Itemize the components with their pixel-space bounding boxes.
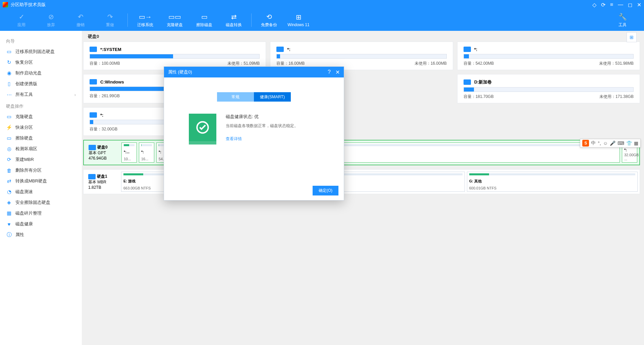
- ime-punct-icon[interactable]: °,: [598, 140, 601, 146]
- capacity-text: 容量：32.00GB: [90, 126, 117, 132]
- ime-keyboard-icon[interactable]: ⌨: [618, 140, 624, 146]
- sidebar-item-secure-erase[interactable]: ◈安全擦除固态硬盘: [0, 197, 82, 208]
- partition-name: C:Windows: [100, 79, 124, 84]
- health-desc-text: 当前磁盘各项数据正常，磁盘状态稳定。: [226, 123, 298, 129]
- backup-icon: ⟲: [264, 13, 274, 21]
- redo-button[interactable]: ↷重做: [95, 9, 125, 31]
- undo-button[interactable]: ↶撤销: [66, 9, 95, 31]
- partition-segment[interactable]: G: 其他 600.01GB NTFS: [467, 172, 638, 192]
- partition-segment[interactable]: *:... 10...: [121, 142, 137, 163]
- partition-card[interactable]: *: 容量：16.00MB未使用：16.00MB: [270, 42, 453, 70]
- sidebar-item-alltools[interactable]: ⋯所有工具›: [0, 89, 82, 100]
- partition-icon: [90, 47, 97, 52]
- erase-icon: ▭: [6, 135, 12, 141]
- partition-name: *:: [287, 47, 290, 52]
- view-toggle-button[interactable]: ⊞: [627, 32, 637, 42]
- defrag-icon: ▦: [6, 210, 12, 216]
- partition-card[interactable]: D:新加卷 容量：181.70GB未使用：171.38GB: [457, 74, 640, 103]
- ime-mic-icon[interactable]: 🎤: [610, 140, 615, 146]
- sidebar-section-ops: 硬盘操作: [0, 100, 82, 111]
- trash-icon: 🗑: [6, 167, 12, 173]
- partition-card[interactable]: *:SYSTEM 容量：100.00MB未使用：51.09MB: [83, 42, 266, 70]
- sidebar-item-bootcd[interactable]: ◉制作启动光盘: [0, 68, 82, 78]
- sidebar-item-speed[interactable]: ◔磁盘测速: [0, 186, 82, 197]
- windows-icon: ⊞: [294, 13, 303, 21]
- sidebar-item-delete-all[interactable]: 🗑删除所有分区: [0, 165, 82, 176]
- capacity-text: 容量：181.70GB: [464, 94, 494, 100]
- ime-toolbox-icon[interactable]: ▦: [634, 140, 638, 146]
- heart-icon: ♥: [6, 221, 12, 227]
- ok-button[interactable]: 确定(O): [313, 186, 338, 195]
- menu-icon[interactable]: ≡: [610, 2, 613, 8]
- capacity-text: 容量：16.00MB: [276, 61, 305, 66]
- sidebar-item-wipe-disk[interactable]: ▭擦除硬盘: [0, 133, 82, 143]
- convert-button[interactable]: ⇄磁盘转换: [219, 9, 249, 31]
- usage-bar: [464, 54, 634, 59]
- partition-segment[interactable]: *: 16...: [139, 142, 154, 163]
- titlebar: 分区助手技术员版 ◇ ⟳ ≡ — ◻ ✕: [0, 0, 644, 9]
- migrate-icon: ▭→: [141, 13, 150, 21]
- undo-icon: ↶: [76, 13, 85, 21]
- feedback-icon[interactable]: ◇: [592, 2, 596, 8]
- ime-emoji-icon[interactable]: ☺: [603, 140, 608, 146]
- usage-bar: [464, 87, 634, 92]
- sidebar-item-recover[interactable]: ↻恢复分区: [0, 57, 82, 68]
- ime-toolbar[interactable]: S 中 °, ☺ 🎤 ⌨ 👕 ▦: [580, 139, 641, 148]
- gauge-icon: ◔: [6, 189, 12, 195]
- sidebar-item-defrag[interactable]: ▦磁盘碎片整理: [0, 208, 82, 219]
- info-icon: ⓘ: [6, 232, 12, 238]
- sidebar-item-health[interactable]: ♥磁盘健康: [0, 219, 82, 229]
- refresh-icon[interactable]: ⟳: [601, 2, 605, 8]
- apply-button[interactable]: ✓应用: [7, 9, 36, 31]
- rebuild-icon: ⟳: [6, 157, 12, 163]
- cd-icon: ◉: [6, 70, 12, 76]
- clone-button[interactable]: ▭▭克隆硬盘: [160, 9, 190, 31]
- view-details-link[interactable]: 查看详情: [226, 136, 298, 142]
- ime-skin-icon[interactable]: 👕: [626, 140, 632, 146]
- sidebar-item-convert-mbr[interactable]: ⇄转换成MBR硬盘: [0, 176, 82, 186]
- minimize-icon[interactable]: —: [618, 2, 623, 8]
- chevron-right-icon: ›: [74, 92, 76, 97]
- dialog-title: 属性 (硬盘0): [168, 69, 192, 75]
- capacity-text: 容量：542.00MB: [464, 61, 494, 66]
- disk-strip-header: 硬盘0 基本 GPT476.94GB: [86, 142, 119, 163]
- sidebar-item-badsector[interactable]: ◎检测坏扇区: [0, 143, 82, 154]
- wrench-icon: 🔧: [618, 13, 627, 21]
- tab-smart[interactable]: 健康(SMART): [254, 92, 291, 102]
- partition-name: *:: [474, 47, 477, 52]
- dialog-help-icon[interactable]: ?: [328, 69, 331, 75]
- sidebar-item-migrate-ssd[interactable]: ▭迁移系统到固态硬盘: [0, 46, 82, 57]
- sidebar-item-quick-partition[interactable]: ⚡快速分区: [0, 122, 82, 133]
- tools-button[interactable]: 🔧工具: [608, 9, 637, 31]
- close-icon[interactable]: ✕: [637, 2, 641, 8]
- usb-icon: ▯: [6, 81, 12, 87]
- disk-strip-header: 硬盘1 基本 MBR1.82TB: [86, 172, 119, 192]
- scan-icon: ◎: [6, 146, 12, 152]
- disk0-header: 硬盘0: [83, 31, 640, 42]
- shield-icon: ◈: [6, 199, 12, 206]
- sidebar-item-properties[interactable]: ⓘ属性: [0, 229, 82, 240]
- capacity-text: 容量：261.99GB: [90, 93, 120, 99]
- discard-button[interactable]: ⊘放弃: [36, 9, 66, 31]
- sidebar-section-wizard: 向导: [0, 35, 82, 46]
- clone-icon: ▭: [6, 114, 12, 120]
- partition-name: D:新加卷: [474, 79, 492, 85]
- migrate-button[interactable]: ▭→迁移系统: [130, 9, 160, 31]
- backup-button[interactable]: ⟲免费备份: [254, 9, 284, 31]
- app-logo-icon: [3, 2, 8, 7]
- sidebar-item-clone-disk[interactable]: ▭克隆硬盘: [0, 111, 82, 122]
- app-title: 分区助手技术员版: [11, 2, 46, 8]
- tab-general[interactable]: 常规: [217, 92, 254, 102]
- maximize-icon[interactable]: ◻: [628, 2, 632, 8]
- capacity-text: 容量：100.00MB: [90, 61, 120, 66]
- sidebar-item-portable[interactable]: ▯创建便携版: [0, 78, 82, 89]
- wipe-button[interactable]: ▭擦除磁盘: [190, 9, 219, 31]
- win11-button[interactable]: ⊞Windows 11: [284, 9, 313, 31]
- ime-lang[interactable]: 中: [591, 140, 596, 146]
- toolbar-divider: [127, 13, 128, 27]
- sidebar: 向导 ▭迁移系统到固态硬盘 ↻恢复分区 ◉制作启动光盘 ▯创建便携版 ⋯所有工具…: [0, 31, 82, 345]
- partition-icon: [464, 47, 471, 52]
- dialog-close-icon[interactable]: ✕: [335, 69, 340, 75]
- partition-card[interactable]: *: 容量：542.00MB未使用：531.98MB: [457, 42, 640, 70]
- sidebar-item-rebuild-mbr[interactable]: ⟳重建MBR: [0, 154, 82, 165]
